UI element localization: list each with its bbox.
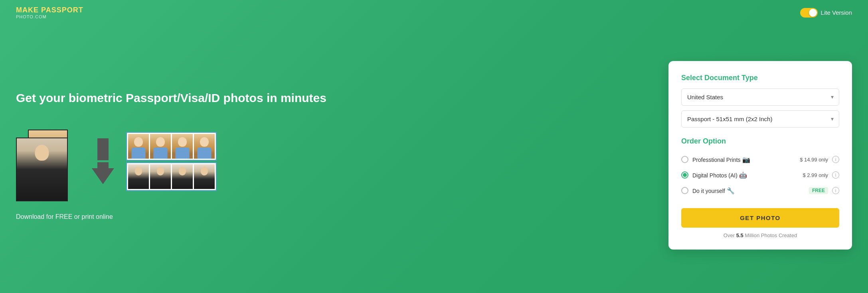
toggle-track[interactable] <box>800 8 818 18</box>
radio-diy[interactable] <box>681 187 688 194</box>
toggle-thumb <box>809 9 817 17</box>
output-photos <box>126 132 217 191</box>
select-doc-title: Select Document Type <box>681 74 839 82</box>
passport-thumb-baby-2 <box>150 134 171 159</box>
passport-thumb-baby-1 <box>128 134 149 159</box>
passport-thumb-woman-3 <box>172 164 193 189</box>
main-content: Get your biometric Passport/Visa/ID phot… <box>0 26 868 293</box>
woman-photo <box>17 138 67 201</box>
woman-photo-frame <box>16 138 68 201</box>
option-professional-label: Professtional Prints 📷 <box>692 156 794 163</box>
option-professional[interactable]: Professtional Prints 📷 $ 14.99 only i <box>681 152 839 167</box>
passport-thumb-baby-4 <box>194 134 215 159</box>
output-row-woman <box>126 162 217 191</box>
right-panel: Select Document Type United States Canad… <box>668 61 852 250</box>
country-select[interactable]: United States Canada United Kingdom Aust… <box>681 88 839 106</box>
radio-digital[interactable] <box>681 171 688 179</box>
professional-price: $ 14.99 only <box>800 157 828 163</box>
get-photo-button[interactable]: GET PHOTO <box>681 208 839 228</box>
photo-demo <box>16 122 645 201</box>
digital-icon: 🤖 <box>739 172 747 179</box>
input-photos <box>16 122 80 201</box>
arrow-shaft <box>97 138 109 160</box>
diy-free-badge: FREE <box>809 187 828 194</box>
digital-price: $ 2.99 only <box>803 172 828 178</box>
option-diy-label: Do it yourself 🔧 <box>692 187 803 195</box>
footer-count: 5.5 <box>736 232 743 238</box>
radio-professional[interactable] <box>681 156 688 163</box>
document-select-wrapper: Passport - 51x51 mm (2x2 Inch) Visa - 51… <box>681 110 839 128</box>
order-section: Order Option Professtional Prints 📷 $ 14… <box>681 137 839 199</box>
download-text: Download for FREE or print online <box>16 213 645 220</box>
professional-icon: 📷 <box>742 156 750 163</box>
option-digital-label: Digital Photos (AI) 🤖 <box>692 171 797 179</box>
digital-info-icon[interactable]: i <box>832 171 839 179</box>
arrow-wrapper <box>92 138 114 184</box>
logo[interactable]: MAKE PASSPORT PHOTO.COM <box>16 6 83 19</box>
passport-thumb-woman-4 <box>194 164 215 189</box>
passport-thumb-baby-3 <box>172 134 193 159</box>
arrow-container <box>92 138 114 184</box>
header: MAKE PASSPORT PHOTO.COM Lite Version <box>0 0 868 26</box>
arrow-head <box>92 168 114 184</box>
hero-title: Get your biometric Passport/Visa/ID phot… <box>16 90 645 106</box>
logo-text: MAKE PASSPORT <box>16 6 83 14</box>
diy-info-icon[interactable]: i <box>832 187 839 194</box>
left-section: Get your biometric Passport/Visa/ID phot… <box>16 90 645 220</box>
logo-subtext: PHOTO.COM <box>16 14 83 19</box>
option-diy[interactable]: Do it yourself 🔧 FREE i <box>681 183 839 199</box>
order-title: Order Option <box>681 137 839 146</box>
option-digital[interactable]: Digital Photos (AI) 🤖 $ 2.99 only i <box>681 167 839 183</box>
professional-info-icon[interactable]: i <box>832 156 839 163</box>
country-select-wrapper: United States Canada United Kingdom Aust… <box>681 88 839 106</box>
lite-version-label: Lite Version <box>821 9 852 16</box>
diy-icon: 🔧 <box>727 187 735 194</box>
passport-thumb-woman-2 <box>150 164 171 189</box>
footer-note: Over 5.5 Million Photos Created <box>681 232 839 238</box>
document-select[interactable]: Passport - 51x51 mm (2x2 Inch) Visa - 51… <box>681 110 839 128</box>
output-row-baby <box>126 132 217 161</box>
lite-version-toggle[interactable]: Lite Version <box>800 8 852 18</box>
passport-thumb-woman-1 <box>128 164 149 189</box>
